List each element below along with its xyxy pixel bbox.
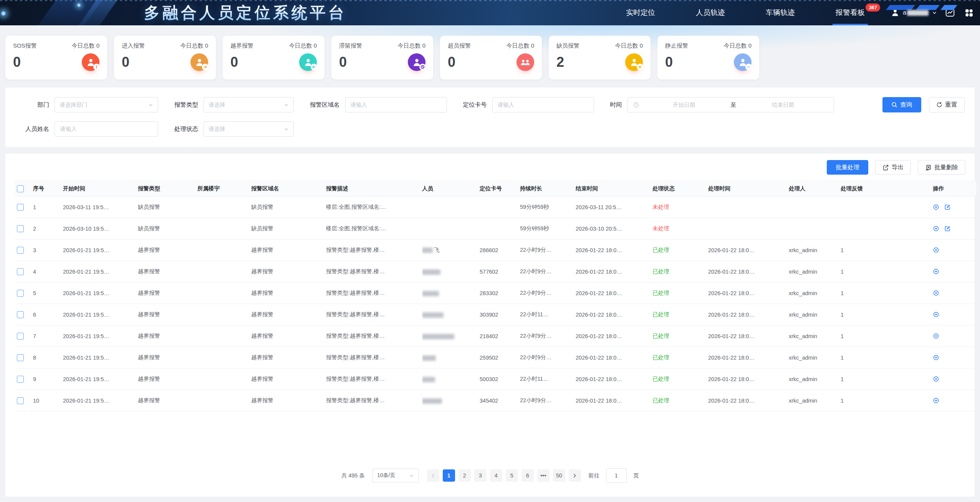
view-icon[interactable] [933,333,939,339]
cell-feedback: 1 [841,290,844,296]
goto-page-input[interactable] [606,468,627,483]
status-badge: 未处理 [652,225,669,231]
stat-card-title: 滞留报警 [339,42,362,50]
edit-icon[interactable] [944,204,951,210]
area-name-input[interactable] [345,97,447,112]
username-visible-part: a [903,9,906,16]
row-checkbox[interactable] [17,311,24,318]
row-checkbox[interactable] [17,397,24,404]
nav-item-4[interactable]: 报警看板367 [836,0,865,25]
status-badge: 已处理 [652,268,669,274]
batch-delete-label: 批量删除 [934,163,958,172]
stat-card-value: 0 [13,55,21,69]
cell-duration: 22小时9分… [520,397,551,403]
cell-area_name: 缺员报警 [251,204,273,210]
search-button[interactable]: 查询 [882,97,921,112]
prev-page-button[interactable] [427,469,439,482]
view-icon[interactable] [933,204,939,210]
view-icon[interactable] [933,290,939,296]
page-button-3[interactable]: 3 [474,469,487,482]
person-name-input[interactable] [55,121,158,137]
view-icon[interactable] [933,397,939,404]
page-button-1[interactable]: 1 [443,469,455,482]
cell-description: 报警类型:越界报警,楼… [326,268,385,274]
batch-delete-button[interactable]: 批量删除 [918,160,965,175]
cell-alarm_type: 缺员报警 [138,225,160,231]
row-checkbox[interactable] [17,290,24,297]
table-row: 72026-01-21 19:5…越界报警越界报警报警类型:越界报警,楼…218… [15,325,976,347]
date-range-picker[interactable]: 开始日期 至 结束日期 [627,97,834,112]
nav-item-label: 车辆轨迹 [766,8,795,18]
reset-button[interactable]: 重置 [929,97,965,112]
table-row: 52026-01-21 19:5…越界报警越界报警报警类型:越界报警,楼…283… [15,282,976,304]
person-still-icon [734,53,752,71]
filter-handle-status: 处理状态 请选择 [174,121,294,137]
view-icon[interactable] [933,247,939,253]
department-label: 部门 [15,101,49,109]
view-icon[interactable] [933,376,939,382]
stat-card-total-label: 今日总数 0 [723,42,752,50]
view-icon[interactable] [933,225,939,232]
person-name-masked [422,269,440,275]
department-select[interactable]: 请选择部门 [55,97,158,112]
batch-process-button[interactable]: 批量处理 [827,160,868,175]
nav-item-3[interactable]: 车辆轨迹 [766,0,795,25]
row-checkbox[interactable] [17,354,24,361]
cell-feedback: 1 [841,333,844,339]
filter-actions: 查询 重置 [882,97,965,112]
page-size-select[interactable]: 10条/页 [372,469,419,482]
cell-handle_time: 2026-01-22 18:0… [708,376,755,382]
person-name-masked [422,312,444,318]
row-checkbox[interactable] [17,225,24,232]
page-button-50[interactable]: 50 [553,469,565,482]
card-no-input[interactable] [492,97,594,112]
page-number: 4 [495,472,498,479]
row-checkbox[interactable] [17,333,24,340]
table-row: 62026-01-21 19:5…越界报警越界报警报警类型:越界报警,楼…303… [15,304,976,325]
cell-description: 报警类型:越界报警,楼… [326,333,385,339]
page-button-4[interactable]: 4 [490,469,502,482]
stat-card-title: 缺员报警 [556,42,579,50]
status-badge: 已处理 [652,376,669,382]
person-name-masked [422,334,454,339]
column-header: 定位卡号 [480,185,502,192]
edit-icon[interactable] [944,225,951,232]
cell-no: 8 [33,355,36,361]
chevron-down-icon[interactable] [932,10,937,15]
row-checkbox[interactable] [17,376,24,383]
row-checkbox[interactable] [17,204,24,211]
handle-status-select[interactable]: 请选择 [204,121,294,137]
alarm-type-select[interactable]: 请选择 [204,97,294,112]
alarm-count-badge: 367 [866,3,880,12]
cell-description: 楼层:全图,报警区域名:… [326,225,386,231]
export-button[interactable]: 导出 [875,160,911,175]
stat-cards: SOS报警今日总数 00进入报警今日总数 00越界报警今日总数 00滞留报警今日… [5,36,975,79]
column-header: 处理状态 [652,185,675,192]
next-page-button[interactable] [569,469,581,482]
cell-feedback: 1 [841,398,844,404]
batch-delete-icon [925,164,932,171]
cell-area_name: 越界报警 [251,354,273,360]
row-checkbox[interactable] [17,247,24,254]
cell-end_time: 2026-01-22 18:0… [576,355,622,361]
view-icon[interactable] [933,311,939,318]
cell-description: 报警类型:越界报警,楼… [326,290,385,296]
page-button-5[interactable]: 5 [506,469,518,482]
stat-card-title: 超员报警 [448,42,471,50]
nav-item-2[interactable]: 人员轨迹 [696,0,725,25]
person-name-masked [422,355,436,361]
username[interactable]: a [903,9,929,16]
cell-start_time: 2026-01-21 19:5… [63,247,109,253]
table-row: 92026-01-21 19:5…越界报警越界报警报警类型:越界报警,楼…500… [15,368,976,390]
nav-item-1[interactable]: 实时定位 [626,0,655,25]
more-pages-button[interactable]: ••• [537,469,550,482]
page-button-2[interactable]: 2 [459,469,471,482]
page-button-6[interactable]: 6 [521,469,534,482]
page-size-value: 10条/页 [377,472,395,479]
apps-grid-icon[interactable] [963,7,975,18]
row-checkbox[interactable] [17,268,24,275]
select-all-checkbox[interactable] [17,185,24,192]
cell-handle_time: 2026-01-22 18:0… [708,312,755,318]
view-icon[interactable] [933,354,939,361]
view-icon[interactable] [933,268,939,275]
